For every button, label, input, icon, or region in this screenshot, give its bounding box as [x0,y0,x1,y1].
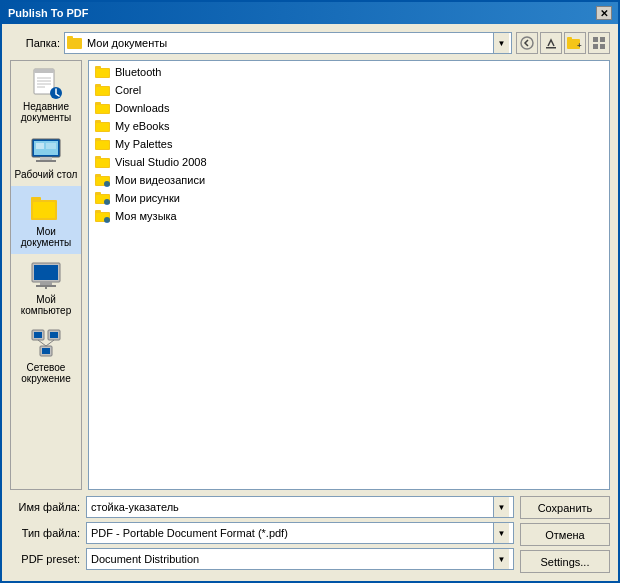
filetype-dropdown[interactable]: ▼ [493,523,509,543]
folder-icon [67,35,83,51]
svg-rect-37 [42,348,50,354]
filename-combo[interactable]: стойка-указатель ▼ [86,496,514,518]
svg-rect-1 [67,36,73,40]
file-item-name: Corel [115,84,141,96]
sidebar-item-desktop[interactable]: Рабочий стол [11,129,81,186]
svg-rect-48 [96,105,109,113]
mycomp-icon [30,260,62,292]
sidebar-label-mydocs: Мои документы [13,226,79,248]
filetype-combo[interactable]: PDF - Portable Document Format (*.pdf) ▼ [86,522,514,544]
title-bar-text: Publish To PDF [8,7,88,19]
folder-combo-text: Мои документы [87,37,489,49]
folder-icon [95,190,111,206]
svg-text:+: + [577,41,582,50]
filetype-value: PDF - Portable Document Format (*.pdf) [91,527,493,539]
nav-buttons: + [516,32,610,54]
list-item[interactable]: Мои видеозаписи [91,171,607,189]
svg-rect-7 [593,37,598,42]
svg-rect-10 [600,44,605,49]
toolbar-row: Папка: Мои документы ▼ [10,32,610,54]
filename-dropdown[interactable]: ▼ [493,497,509,517]
sidebar-item-recent[interactable]: Недавние документы [11,61,81,129]
list-item[interactable]: Bluetooth [91,63,607,81]
list-item[interactable]: Downloads [91,99,607,117]
sidebar-item-network[interactable]: Сетевое окружение [11,322,81,390]
sidebar-item-mydocs[interactable]: Мои документы [11,186,81,254]
svg-rect-8 [600,37,605,42]
save-button[interactable]: Сохранить [520,496,610,519]
folder-combo-dropdown[interactable]: ▼ [493,33,509,53]
sidebar-item-mycomp[interactable]: Мой компьютер [11,254,81,322]
svg-rect-26 [33,202,55,218]
svg-rect-33 [34,332,42,338]
svg-rect-29 [40,282,52,285]
list-item[interactable]: Corel [91,81,607,99]
svg-rect-57 [96,159,109,167]
svg-point-61 [104,181,110,187]
settings-button[interactable]: Settings... [520,550,610,573]
sidebar: Недавние документы Рабочий стол [10,60,82,490]
svg-point-31 [45,287,47,289]
preset-dropdown[interactable]: ▼ [493,549,509,569]
svg-rect-22 [36,143,44,149]
list-item[interactable]: My Palettes [91,135,607,153]
sidebar-label-mycomp: Мой компьютер [13,294,79,316]
svg-rect-30 [36,285,56,287]
folder-icon [95,154,111,170]
list-item[interactable]: Visual Studio 2008 [91,153,607,171]
cancel-button[interactable]: Отмена [520,523,610,546]
bottom-section: Имя файла: стойка-указатель ▼ Тип файла:… [10,496,610,573]
svg-rect-51 [96,123,109,131]
file-item-name: My eBooks [115,120,169,132]
list-item[interactable]: Моя музыка [91,207,607,225]
nav-views-button[interactable] [588,32,610,54]
svg-point-2 [521,37,533,49]
svg-line-38 [38,340,46,346]
preset-value: Document Distribution [91,553,493,565]
file-list[interactable]: Bluetooth Corel Downloads My eBooks My P… [88,60,610,490]
svg-rect-5 [567,37,572,41]
desktop-icon [30,135,62,167]
folder-label: Папка: [10,37,60,49]
svg-rect-20 [40,157,52,160]
file-item-name: Bluetooth [115,66,161,78]
list-item[interactable]: My eBooks [91,117,607,135]
preset-row: PDF preset: Document Distribution ▼ [10,548,514,570]
file-item-name: Downloads [115,102,169,114]
preset-label: PDF preset: [10,553,80,565]
preset-combo[interactable]: Document Distribution ▼ [86,548,514,570]
nav-back-button[interactable] [516,32,538,54]
file-item-name: My Palettes [115,138,172,150]
dialog-window: Publish To PDF ✕ Папка: Мои документы ▼ [0,0,620,583]
folder-icon [95,82,111,98]
filename-label: Имя файла: [10,501,80,513]
file-item-name: Visual Studio 2008 [115,156,207,168]
folder-icon [95,64,111,80]
folder-icon [95,118,111,134]
svg-line-39 [46,340,54,346]
svg-rect-35 [50,332,58,338]
bottom-fields: Имя файла: стойка-указатель ▼ Тип файла:… [10,496,514,570]
recent-docs-icon [30,67,62,99]
nav-up-button[interactable] [540,32,562,54]
svg-point-65 [104,199,110,205]
main-area: Недавние документы Рабочий стол [10,60,610,490]
filename-value: стойка-указатель [91,501,493,513]
close-button[interactable]: ✕ [596,6,612,20]
svg-rect-3 [546,47,556,49]
list-item[interactable]: Мои рисунки [91,189,607,207]
filename-row: Имя файла: стойка-указатель ▼ [10,496,514,518]
nav-newfolder-button[interactable]: + [564,32,586,54]
folder-icon [95,100,111,116]
svg-rect-12 [34,69,54,73]
svg-rect-9 [593,44,598,49]
svg-rect-45 [96,87,109,95]
action-buttons: Сохранить Отмена Settings... [520,496,610,573]
sidebar-label-network: Сетевое окружение [13,362,79,384]
mydocs-icon [30,192,62,224]
folder-combo[interactable]: Мои документы ▼ [64,32,512,54]
filetype-label: Тип файла: [10,527,80,539]
svg-rect-23 [46,143,56,149]
title-bar: Publish To PDF ✕ [2,2,618,24]
filetype-row: Тип файла: PDF - Portable Document Forma… [10,522,514,544]
